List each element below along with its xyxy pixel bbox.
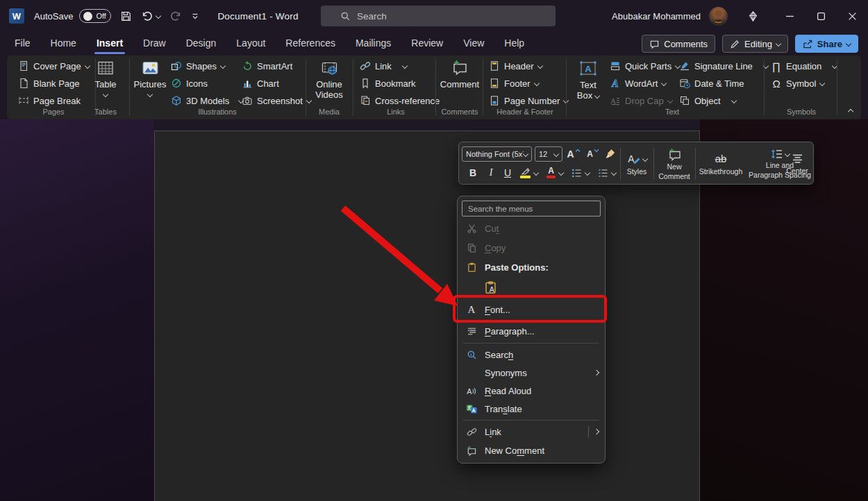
blank-page-button[interactable]: Blank Page bbox=[18, 75, 80, 92]
document-title: Document1 - Word bbox=[217, 11, 298, 22]
paste-option-keep-text-only[interactable]: A bbox=[458, 277, 605, 298]
strikethrough-button[interactable]: ab Strikethrough bbox=[698, 146, 744, 181]
format-painter-button[interactable] bbox=[603, 146, 618, 162]
3d-models-button[interactable]: 3D Models bbox=[171, 92, 243, 109]
tab-layout[interactable]: Layout bbox=[235, 35, 266, 51]
underline-button[interactable]: U bbox=[501, 165, 515, 180]
shrink-font-button[interactable]: A bbox=[585, 146, 601, 162]
tab-design[interactable]: Design bbox=[185, 35, 217, 51]
customize-quick-access-toolbar-button[interactable] bbox=[191, 12, 199, 20]
chart-button[interactable]: Chart bbox=[242, 75, 279, 92]
redo-button[interactable] bbox=[169, 10, 182, 22]
footer-label: Footer bbox=[504, 78, 531, 89]
center-align-button[interactable]: Center bbox=[783, 146, 812, 181]
menu-link-icon bbox=[465, 427, 478, 437]
ribbon-group-comments: Comment Comments bbox=[437, 56, 482, 119]
minimize-button[interactable] bbox=[774, 0, 806, 32]
online-videos-icon bbox=[320, 59, 339, 77]
footer-icon bbox=[489, 78, 500, 89]
menu-item-link[interactable]: Link bbox=[458, 423, 605, 441]
bullets-button[interactable] bbox=[569, 165, 592, 180]
tab-mailings[interactable]: Mailings bbox=[355, 35, 392, 51]
presence-gem-button[interactable] bbox=[737, 0, 769, 32]
signature-line-button[interactable]: Signature Line bbox=[679, 58, 768, 74]
highlight-color-button[interactable] bbox=[517, 165, 541, 180]
tab-help[interactable]: Help bbox=[503, 35, 525, 51]
wordart-icon: A bbox=[610, 78, 621, 89]
save-button[interactable] bbox=[120, 10, 132, 22]
page-break-button[interactable]: Page Break bbox=[18, 92, 81, 109]
search-input[interactable] bbox=[357, 11, 537, 22]
maximize-button[interactable] bbox=[806, 0, 837, 32]
tab-draw[interactable]: Draw bbox=[142, 35, 167, 51]
tab-file[interactable]: File bbox=[14, 35, 31, 51]
bold-button[interactable]: B bbox=[466, 165, 480, 180]
avatar-person-icon bbox=[709, 7, 728, 26]
menu-item-font[interactable]: A Font... bbox=[458, 298, 605, 321]
pictures-button[interactable]: Pictures bbox=[133, 59, 167, 96]
new-comment-button[interactable]: New Comment bbox=[656, 146, 692, 182]
undo-dropdown-chevron-icon[interactable] bbox=[156, 13, 161, 19]
text-box-label-line2: Box bbox=[577, 90, 592, 101]
tab-references[interactable]: References bbox=[285, 35, 336, 51]
undo-button[interactable] bbox=[141, 10, 160, 22]
italic-button[interactable]: I bbox=[484, 165, 498, 180]
symbol-button[interactable]: Ω Symbol bbox=[771, 75, 824, 92]
svg-text:A: A bbox=[585, 64, 592, 74]
menu-item-read-aloud[interactable]: A Read Aloud bbox=[458, 382, 605, 400]
cover-page-button[interactable]: Cover Page bbox=[18, 58, 90, 74]
tab-view[interactable]: View bbox=[462, 35, 485, 51]
shapes-button[interactable]: Shapes bbox=[171, 58, 225, 74]
bookmark-label: Bookmark bbox=[375, 78, 416, 89]
comment-label: Comment bbox=[440, 79, 479, 90]
grow-font-icon: A bbox=[567, 148, 574, 160]
context-menu-search-input[interactable] bbox=[462, 201, 601, 216]
quick-parts-button[interactable]: Quick Parts bbox=[610, 58, 680, 74]
cross-reference-button[interactable]: Cross-reference bbox=[360, 92, 440, 109]
font-size-combobox[interactable]: 12 bbox=[535, 146, 562, 162]
tab-home[interactable]: Home bbox=[50, 35, 77, 51]
menu-item-new-comment[interactable]: New Comment bbox=[458, 441, 605, 460]
date-time-button[interactable]: Date & Time bbox=[679, 75, 744, 92]
bookmark-button[interactable]: Bookmark bbox=[360, 75, 416, 92]
online-videos-button[interactable]: Online Videos bbox=[307, 59, 351, 100]
comment-button[interactable]: Comment bbox=[437, 59, 482, 90]
smartart-button[interactable]: SmartArt bbox=[242, 58, 292, 74]
object-button[interactable]: Object bbox=[679, 92, 736, 109]
highlight-chevron-icon bbox=[533, 170, 539, 176]
editing-mode-button[interactable]: Editing bbox=[722, 35, 788, 53]
text-box-button[interactable]: A Text Box bbox=[572, 59, 604, 101]
close-button[interactable] bbox=[837, 0, 868, 32]
canvas-left-margin bbox=[0, 119, 154, 501]
footer-chevron-icon bbox=[533, 80, 539, 86]
grow-font-button[interactable]: A bbox=[565, 146, 582, 162]
equation-button[interactable]: ∏ Equation bbox=[771, 58, 837, 74]
share-button[interactable]: Share bbox=[795, 35, 858, 53]
wordart-button[interactable]: A WordArt bbox=[610, 75, 666, 92]
footer-button[interactable]: Footer bbox=[489, 75, 539, 92]
font-color-button[interactable]: A bbox=[544, 165, 566, 180]
paste-options-icon bbox=[465, 262, 478, 273]
tab-review[interactable]: Review bbox=[410, 35, 444, 51]
link-button[interactable]: Link bbox=[360, 58, 407, 74]
comments-button[interactable]: Comments bbox=[642, 35, 715, 53]
avatar[interactable] bbox=[709, 7, 728, 26]
text-box-icon: A bbox=[578, 59, 598, 78]
header-button[interactable]: Header bbox=[489, 58, 542, 74]
numbering-button[interactable] bbox=[595, 165, 619, 180]
font-name-combobox[interactable]: Nothing Font (5x7) bbox=[462, 146, 532, 162]
collapse-ribbon-button[interactable] bbox=[848, 109, 853, 114]
screenshot-button[interactable]: Screenshot bbox=[242, 92, 311, 109]
tab-insert[interactable]: Insert bbox=[96, 35, 124, 51]
menu-item-translate[interactable]: Translate bbox=[458, 400, 605, 418]
document-page[interactable] bbox=[154, 130, 700, 501]
menu-item-search[interactable]: Search bbox=[458, 346, 605, 364]
page-number-button[interactable]: Page Number bbox=[489, 92, 568, 109]
menu-item-synonyms[interactable]: Synonyms bbox=[458, 364, 605, 382]
autosave-toggle[interactable]: Off bbox=[79, 9, 111, 23]
menu-item-paragraph[interactable]: Paragraph... bbox=[458, 321, 605, 341]
icons-button[interactable]: Icons bbox=[171, 75, 208, 92]
table-button[interactable]: Table bbox=[85, 59, 126, 96]
search-box[interactable] bbox=[321, 6, 556, 26]
styles-button[interactable]: A Styles bbox=[623, 146, 651, 181]
